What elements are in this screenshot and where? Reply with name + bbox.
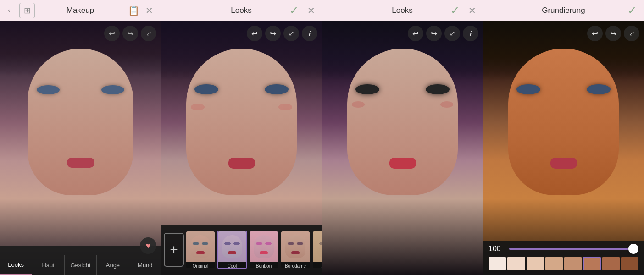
back-button[interactable]: ← <box>3 2 19 19</box>
looks-thumbnails: + Original <box>161 225 322 275</box>
panel-looks1-header: Looks ✓ ✕ <box>161 0 322 21</box>
opacity-slider-row: 100 <box>489 245 638 253</box>
slider-value: 100 <box>489 245 505 253</box>
add-look-button[interactable]: + <box>164 233 184 267</box>
check-looks2-button[interactable]: ✓ <box>447 2 463 19</box>
grid-icon: ⊞ <box>24 6 31 16</box>
redo-button-p2[interactable]: ↪ <box>265 26 281 41</box>
info-button-p3[interactable]: i <box>463 26 478 41</box>
crop-button[interactable]: ⤢ <box>141 26 156 41</box>
doc-icon-button[interactable]: 📋 <box>126 3 141 18</box>
undo-button-p2[interactable]: ↩ <box>247 26 262 41</box>
swatch-7[interactable] <box>621 257 638 270</box>
swatch-1[interactable] <box>507 257 525 270</box>
swatch-5[interactable] <box>583 257 600 270</box>
doc-icon: 📋 <box>128 5 139 16</box>
panel1-overlay-icons: ↩ ↪ ⤢ <box>104 26 156 41</box>
panel4-overlay-icons: ↩ ↪ ⤢ <box>587 26 639 41</box>
favorites-button[interactable]: ♥ <box>140 237 156 254</box>
close-looks2-button[interactable]: ✕ <box>464 3 480 18</box>
tab-mund[interactable]: Mund <box>129 255 161 275</box>
redo-button-p3[interactable]: ↪ <box>426 26 442 41</box>
tab-haut[interactable]: Haut <box>32 255 64 275</box>
crop-button-p2[interactable]: ⤢ <box>283 26 299 41</box>
close-makeup-button[interactable]: ✕ <box>141 3 157 18</box>
info-button-p2[interactable]: i <box>302 26 317 41</box>
swatch-3[interactable] <box>545 257 563 270</box>
undo-button-p4[interactable]: ↩ <box>587 26 603 41</box>
panel-looks1-title: Looks <box>231 6 251 15</box>
swatch-2[interactable] <box>527 257 544 270</box>
redo-disabled-button[interactable]: ↪ <box>122 26 138 41</box>
crop-icon: ⤢ <box>146 29 152 38</box>
foundation-controls: 100 <box>483 241 644 275</box>
redo-button-p4[interactable]: ↪ <box>605 26 621 41</box>
panel-looks2-header: Looks ✓ ✕ <box>322 0 483 21</box>
look-thumb-cool[interactable]: Cool <box>217 231 247 269</box>
swatch-0[interactable] <box>489 257 506 270</box>
panel-grundierung-title: Grundierung <box>542 6 585 15</box>
look-thumb-isch[interactable]: ...isch <box>312 231 322 269</box>
panel2-overlay-icons: ↩ ↪ ⤢ i <box>247 26 317 41</box>
swatch-6[interactable] <box>602 257 620 270</box>
heart-icon: ♥ <box>146 241 151 251</box>
tab-auge[interactable]: Auge <box>97 255 129 275</box>
panel-looks1-content: ↩ ↪ ⤢ i + Origina <box>161 21 322 275</box>
opacity-slider[interactable] <box>509 248 638 250</box>
redo-icon: ↪ <box>127 29 133 38</box>
close-icon: ✕ <box>145 5 153 16</box>
check-icon: ✓ <box>289 4 299 17</box>
look-thumb-bonbon[interactable]: Bonbon <box>249 231 279 269</box>
panel-looks2-content: ↩ ↪ ⤢ i <box>322 21 483 275</box>
panel3-overlay-icons: ↩ ↪ ⤢ i <box>408 26 478 41</box>
crop-button-p3[interactable]: ⤢ <box>444 26 460 41</box>
crop-button-p4[interactable]: ⤢ <box>624 26 639 41</box>
panel-makeup-title: Makeup <box>67 6 94 15</box>
tab-gesicht[interactable]: Gesicht <box>65 255 97 275</box>
check-grundierung-button[interactable]: ✓ <box>624 2 640 19</box>
check-looks1-button[interactable]: ✓ <box>286 2 302 19</box>
color-swatches <box>489 257 638 270</box>
panel-grundierung-content: ↩ ↪ ⤢ 100 <box>483 21 644 275</box>
grid-icon-button[interactable]: ⊞ <box>19 3 35 18</box>
panel-grundierung-header: Grundierung ✓ <box>483 0 644 21</box>
close-icon: ✕ <box>468 5 476 16</box>
swatch-4[interactable] <box>564 257 582 270</box>
tab-looks[interactable]: Looks <box>0 255 32 275</box>
undo-icon: ↩ <box>109 29 115 38</box>
panel1-bottom-toolbar: ♥ Looks Haut Gesicht Auge Mund <box>0 246 161 275</box>
category-tabs: Looks Haut Gesicht Auge Mund <box>0 255 161 275</box>
panel-looks2-title: Looks <box>392 6 412 15</box>
close-looks1-button[interactable]: ✕ <box>303 3 319 18</box>
panel-makeup-header: ← ⊞ Makeup 📋 ✕ <box>0 0 161 21</box>
close-icon: ✕ <box>307 5 315 16</box>
look-thumb-burodame[interactable]: Bürodame <box>280 231 311 269</box>
undo-disabled-button[interactable]: ↩ <box>104 26 120 41</box>
check-icon: ✓ <box>627 4 637 17</box>
undo-button-p3[interactable]: ↩ <box>408 26 423 41</box>
check-icon: ✓ <box>450 4 460 17</box>
panel-makeup-content: ↩ ↪ ⤢ ♥ Looks Haut <box>0 21 161 275</box>
look-thumb-original[interactable]: Original <box>185 231 216 269</box>
